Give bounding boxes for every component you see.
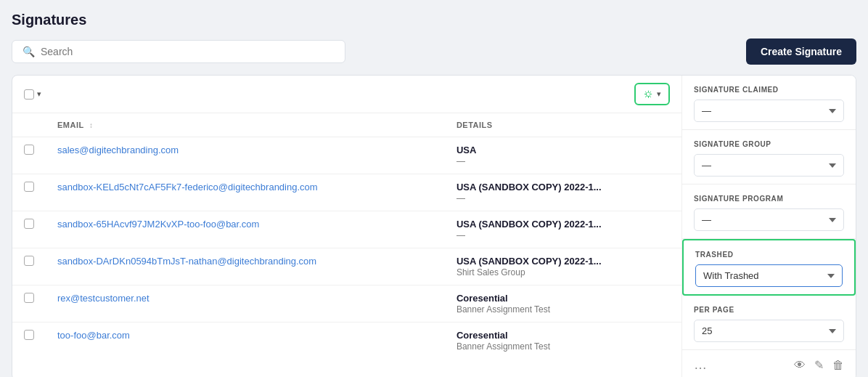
table-row: sandbox-KELd5cNt7cAF5Fk7-federico@digite… [12, 174, 681, 211]
th-email: EMAIL ↕ [46, 113, 445, 137]
select-dropdown-icon[interactable]: ▾ [37, 89, 41, 99]
edit-icon[interactable]: ✎ [814, 358, 824, 372]
sort-icon-email[interactable]: ↕ [89, 121, 94, 129]
email-cell: too-foo@bar.com [46, 323, 445, 360]
search-wrapper: 🔍 [12, 40, 345, 63]
filter-select-trashed[interactable]: —With TrashedOnly Trashed [695, 264, 843, 287]
details-cell: Coresential Banner Assignment Test [445, 323, 681, 360]
trash-icon[interactable]: 🗑 [832, 359, 844, 372]
details-secondary: Shirt Sales Group [456, 267, 670, 277]
more-options-icon[interactable]: … [694, 357, 708, 373]
filter-label-trashed: TRASHED [695, 251, 843, 259]
row-checkbox-cell [12, 137, 46, 174]
table-row: rex@testcustomer.net Coresential Banner … [12, 285, 681, 323]
details-cell: Coresential Banner Assignment Test [445, 285, 681, 323]
email-link[interactable]: sandbox-DArDKn0594bTmJsT-nathan@digitech… [57, 256, 316, 267]
main-area: ▾ ⛭ ▾ EMAIL ↕ DETAILS [12, 75, 856, 377]
email-link[interactable]: sandbox-KELd5cNt7cAF5Fk7-federico@digite… [57, 182, 318, 192]
details-primary: USA (SANDBOX COPY) 2022-1... [456, 256, 670, 267]
filter-icon: ⛭ [643, 88, 654, 100]
table-section: ▾ ⛭ ▾ EMAIL ↕ DETAILS [12, 76, 681, 377]
create-signature-button[interactable]: Create Signature [746, 38, 856, 65]
email-cell: sandbox-KELd5cNt7cAF5Fk7-federico@digite… [46, 174, 445, 211]
table-row: sandbox-DArDKn0594bTmJsT-nathan@digitech… [12, 248, 681, 285]
filter-section-trashed: TRASHED—With TrashedOnly Trashed [682, 239, 856, 296]
filter-toggle-button[interactable]: ⛭ ▾ [634, 83, 670, 105]
th-checkbox [12, 113, 46, 137]
filter-section-per_page: PER PAGE102550100 [682, 296, 856, 350]
details-secondary: — [456, 230, 670, 240]
details-secondary: — [456, 193, 670, 203]
table-row: too-foo@bar.com Coresential Banner Assig… [12, 323, 681, 360]
email-cell: sandbox-DArDKn0594bTmJsT-nathan@digitech… [46, 248, 445, 285]
filter-panel: SIGNATURE CLAIMED—YesNoSIGNATURE GROUP—S… [681, 76, 856, 377]
details-secondary: Banner Assignment Test [456, 304, 670, 315]
row-checkbox[interactable] [24, 219, 34, 229]
details-primary: Coresential [456, 293, 670, 304]
select-all-row: ▾ [24, 89, 41, 100]
filter-bottom-bar: … 👁 ✎ 🗑 [682, 350, 856, 377]
details-secondary: Banner Assignment Test [456, 341, 670, 352]
row-checkbox-cell [12, 285, 46, 323]
select-all-checkbox[interactable] [24, 89, 34, 100]
row-checkbox[interactable] [24, 145, 34, 155]
table-row: sales@digitechbranding.com USA — [12, 137, 681, 174]
row-checkbox[interactable] [24, 293, 34, 303]
row-checkbox-cell [12, 248, 46, 285]
search-input[interactable] [41, 46, 335, 57]
table-header-row: EMAIL ↕ DETAILS [12, 113, 681, 137]
row-checkbox-cell [12, 174, 46, 211]
eye-icon[interactable]: 👁 [794, 359, 806, 372]
email-link[interactable]: sandbox-65HAcvf97JM2KvXP-too-foo@bar.com [57, 219, 259, 230]
filter-chevron-icon: ▾ [657, 89, 661, 99]
email-cell: sales@digitechbranding.com [46, 137, 445, 174]
table-body: sales@digitechbranding.com USA — sandbox… [12, 137, 681, 360]
filter-label-signature_program: SIGNATURE PROGRAM [694, 195, 844, 203]
filter-section-signature_group: SIGNATURE GROUP— [682, 130, 856, 185]
details-primary: USA [456, 145, 670, 155]
filter-select-signature_program[interactable]: — [694, 208, 844, 231]
row-checkbox-cell [12, 323, 46, 360]
details-secondary: — [456, 156, 670, 166]
email-cell: rex@testcustomer.net [46, 285, 445, 323]
search-icon: 🔍 [22, 46, 35, 57]
filter-select-signature_claimed[interactable]: —YesNo [694, 100, 844, 122]
page-title: Signatures [12, 12, 856, 28]
filter-label-per_page: PER PAGE [694, 306, 844, 314]
email-cell: sandbox-65HAcvf97JM2KvXP-too-foo@bar.com [46, 211, 445, 248]
details-cell: USA (SANDBOX COPY) 2022-1... — [445, 211, 681, 248]
email-link[interactable]: too-foo@bar.com [57, 330, 130, 341]
row-checkbox[interactable] [24, 330, 34, 340]
row-checkbox[interactable] [24, 256, 34, 266]
details-cell: USA (SANDBOX COPY) 2022-1... — [445, 174, 681, 211]
signatures-table: EMAIL ↕ DETAILS sales@digitechbranding.c… [12, 113, 681, 359]
row-checkbox[interactable] [24, 182, 34, 192]
table-row: sandbox-65HAcvf97JM2KvXP-too-foo@bar.com… [12, 211, 681, 248]
details-primary: USA (SANDBOX COPY) 2022-1... [456, 219, 670, 230]
row-checkbox-cell [12, 211, 46, 248]
top-bar: 🔍 Create Signature [12, 38, 856, 65]
details-primary: Coresential [456, 330, 670, 341]
filter-section-signature_claimed: SIGNATURE CLAIMED—YesNo [682, 76, 856, 130]
action-icons: 👁 ✎ 🗑 [794, 358, 844, 372]
filter-section-signature_program: SIGNATURE PROGRAM— [682, 185, 856, 239]
details-cell: USA — [445, 137, 681, 174]
details-cell: USA (SANDBOX COPY) 2022-1... Shirt Sales… [445, 248, 681, 285]
filter-select-per_page[interactable]: 102550100 [694, 320, 844, 342]
th-details: DETAILS [445, 113, 681, 137]
table-toolbar: ▾ ⛭ ▾ [12, 76, 681, 113]
email-link[interactable]: sales@digitechbranding.com [57, 145, 179, 155]
page-container: Signatures 🔍 Create Signature ▾ ⛭ ▾ [0, 0, 868, 377]
filter-label-signature_claimed: SIGNATURE CLAIMED [694, 86, 844, 94]
filter-label-signature_group: SIGNATURE GROUP [694, 140, 844, 148]
filter-select-signature_group[interactable]: — [694, 154, 844, 177]
email-link[interactable]: rex@testcustomer.net [57, 293, 150, 304]
details-primary: USA (SANDBOX COPY) 2022-1... [456, 182, 670, 192]
